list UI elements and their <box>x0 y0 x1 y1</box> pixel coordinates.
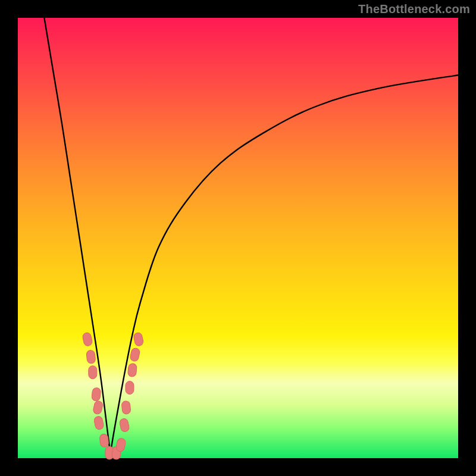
marker-point <box>127 363 137 377</box>
chart-svg <box>18 18 458 458</box>
plot-area <box>18 18 458 458</box>
marker-point <box>115 438 126 452</box>
marker-point <box>121 400 131 414</box>
marker-point <box>126 381 134 394</box>
marker-point <box>99 434 109 447</box>
curve-right-branch <box>110 75 458 453</box>
marker-point <box>130 347 140 362</box>
marker-point <box>92 387 101 401</box>
marker-point <box>86 350 96 364</box>
marker-point <box>93 416 104 430</box>
chart-frame: TheBottleneck.com <box>0 0 476 476</box>
left-branch-path <box>44 18 110 454</box>
watermark-text: TheBottleneck.com <box>358 2 470 16</box>
marker-point <box>82 332 93 346</box>
marker-point <box>89 366 97 379</box>
marker-point <box>119 418 130 432</box>
curve-left-branch <box>44 18 110 454</box>
marker-point <box>93 400 104 415</box>
marker-point <box>133 332 144 346</box>
right-branch-path <box>110 75 458 453</box>
